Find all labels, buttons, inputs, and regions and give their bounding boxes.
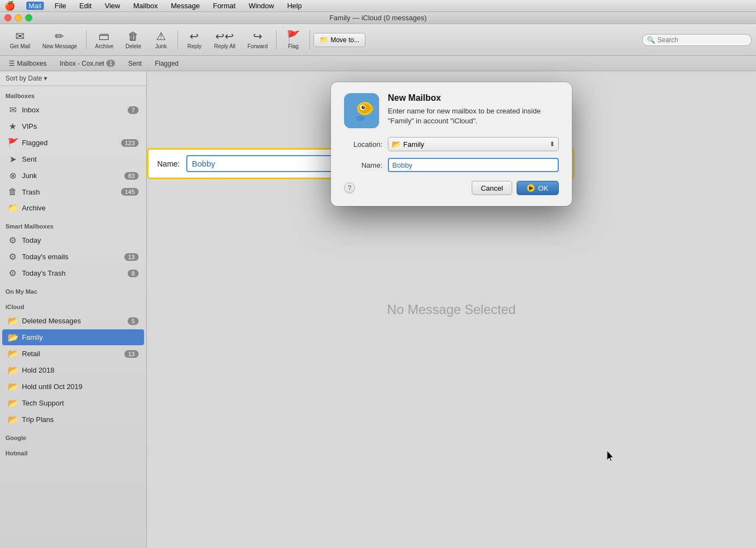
move-to-icon: 📁 <box>319 36 328 44</box>
location-select[interactable]: 📂 Family ⬍ <box>388 137 559 151</box>
dialog-backdrop: New Mailbox Enter name for new mailbox t… <box>147 71 756 548</box>
get-mail-icon: ✉ <box>15 31 25 42</box>
vips-label: VIPs <box>22 122 139 130</box>
sidebar-item-vips[interactable]: ★ VIPs <box>2 118 144 134</box>
location-folder: 📂 Family <box>392 140 424 149</box>
zoom-button[interactable] <box>25 14 32 21</box>
sidebar-item-todays-trash[interactable]: ⚙ Today's Trash 8 <box>2 265 144 281</box>
move-to-label: Move to... <box>330 36 359 44</box>
sidebar-item-hold-oct-2019[interactable]: 📂 Hold until Oct 2019 <box>2 379 144 395</box>
sort-bar[interactable]: Sort by Date ▾ <box>0 71 146 86</box>
deleted-messages-icon: 📂 <box>8 316 18 326</box>
move-to-button[interactable]: 📁 Move to... <box>313 33 365 47</box>
new-message-label: New Message <box>42 43 77 49</box>
hold-oct-2019-icon: 📂 <box>8 381 18 392</box>
separator-4 <box>310 30 310 50</box>
menu-message[interactable]: Message <box>169 2 202 10</box>
location-label: Location: <box>344 140 382 149</box>
tech-support-icon: 📂 <box>8 398 18 408</box>
minimize-button[interactable] <box>15 14 22 21</box>
menu-mailbox[interactable]: Mailbox <box>131 2 160 10</box>
help-icon: ? <box>348 184 352 192</box>
sidebar-item-sent[interactable]: ➤ Sent <box>2 151 144 167</box>
sidebar-item-flagged[interactable]: 🚩 Flagged 123 <box>2 135 144 151</box>
sidebar-item-deleted-messages[interactable]: 📂 Deleted Messages 5 <box>2 313 144 329</box>
menu-window[interactable]: Window <box>247 2 276 10</box>
separator-1 <box>86 30 87 50</box>
dialog-title: New Mailbox <box>388 93 559 103</box>
menu-help[interactable]: Help <box>285 2 304 10</box>
reply-icon: ↩ <box>190 31 199 42</box>
flagged-sidebar-label: Flagged <box>22 139 117 147</box>
sidebar-item-family[interactable]: 📂 Family <box>2 329 144 345</box>
trash-count: 145 <box>121 188 139 196</box>
reply-button[interactable]: ↩ Reply <box>181 28 208 52</box>
retail-icon: 📂 <box>8 349 18 359</box>
sidebar-item-today[interactable]: ⚙ Today <box>2 232 144 248</box>
reply-all-icon: ↩↩ <box>215 31 234 42</box>
dialog-description: Enter name for new mailbox to be created… <box>388 106 559 126</box>
help-button[interactable]: ? <box>344 182 355 193</box>
hold-2018-icon: 📂 <box>8 365 18 375</box>
search-box[interactable]: 🔍 <box>642 34 752 46</box>
menu-view[interactable]: View <box>102 2 122 10</box>
main-layout: Sort by Date ▾ Mailboxes ✉ Inbox 7 ★ VIP… <box>0 71 756 548</box>
reply-all-label: Reply All <box>214 43 236 49</box>
family-label: Family <box>22 333 139 341</box>
menu-mail[interactable]: Mail <box>26 2 44 10</box>
retail-label: Retail <box>22 350 120 358</box>
sidebar-item-tech-support[interactable]: 📂 Tech Support <box>2 395 144 411</box>
sidebar-item-trip-plans[interactable]: 📂 Trip Plans <box>2 412 144 427</box>
new-message-button[interactable]: ✏ New Message <box>37 28 82 52</box>
tab-flagged[interactable]: Flagged <box>150 58 184 69</box>
forward-button[interactable]: ↪ Forward <box>242 28 273 52</box>
search-input[interactable] <box>657 36 740 44</box>
reply-all-button[interactable]: ↩↩ Reply All <box>209 28 241 52</box>
tab-sent[interactable]: Sent <box>123 58 147 69</box>
junk-button[interactable]: ⚠ Junk <box>148 28 174 52</box>
todays-emails-icon: ⚙ <box>8 252 18 262</box>
get-mail-button[interactable]: ✉ Get Mail <box>4 28 36 52</box>
cancel-button[interactable]: Cancel <box>472 181 512 195</box>
smart-mailboxes-header: Smart Mailboxes <box>0 216 146 232</box>
hold-2018-label: Hold 2018 <box>22 366 139 374</box>
inbox-cox-badge: 1 <box>106 60 115 67</box>
close-button[interactable] <box>4 14 12 21</box>
sidebar-item-trash[interactable]: 🗑 Trash 145 <box>2 184 144 199</box>
tab-mailboxes[interactable]: ☰ Mailboxes <box>3 58 52 69</box>
trip-plans-icon: 📂 <box>8 414 18 425</box>
todays-trash-label: Today's Trash <box>22 269 123 277</box>
menu-file[interactable]: File <box>53 2 68 10</box>
location-value: Family <box>403 140 424 149</box>
icloud-header: iCloud <box>0 297 146 312</box>
deleted-messages-label: Deleted Messages <box>22 317 123 325</box>
dialog-text-area: New Mailbox Enter name for new mailbox t… <box>388 93 559 128</box>
sort-label: Sort by Date <box>5 75 42 82</box>
deleted-messages-count: 5 <box>128 317 139 325</box>
flag-button[interactable]: 🚩 Flag <box>280 28 306 52</box>
flag-icon: 🚩 <box>287 31 300 42</box>
sidebar-item-inbox[interactable]: ✉ Inbox 7 <box>2 102 144 118</box>
tab-inbox-cox[interactable]: Inbox - Cox.net 1 <box>54 58 121 69</box>
menu-format[interactable]: Format <box>211 2 238 10</box>
content-area: No Message Selected Name: <box>147 71 756 548</box>
sidebar: Sort by Date ▾ Mailboxes ✉ Inbox 7 ★ VIP… <box>0 71 147 548</box>
apple-menu[interactable]: 🍎 <box>4 1 15 11</box>
svg-point-5 <box>363 106 364 107</box>
sidebar-item-retail[interactable]: 📂 Retail 13 <box>2 346 144 362</box>
sidebar-item-junk[interactable]: ⊗ Junk 83 <box>2 168 144 184</box>
delete-button[interactable]: 🗑 Delete <box>120 28 147 52</box>
sidebar-item-todays-emails[interactable]: ⚙ Today's emails 13 <box>2 249 144 265</box>
svg-point-4 <box>362 106 365 109</box>
toolbar: ✉ Get Mail ✏ New Message 🗃 Archive 🗑 Del… <box>0 24 756 56</box>
dialog-name-input[interactable] <box>388 158 559 172</box>
flag-label: Flag <box>288 43 299 49</box>
tabs-bar: ☰ Mailboxes Inbox - Cox.net 1 Sent Flagg… <box>0 56 756 71</box>
archive-button[interactable]: 🗃 Archive <box>90 28 119 52</box>
sent-label: Sent <box>128 60 142 67</box>
mailboxes-icon: ☰ <box>9 60 15 67</box>
menu-edit[interactable]: Edit <box>77 2 94 10</box>
sidebar-item-archive[interactable]: 📁 Archive <box>2 200 144 216</box>
ok-button[interactable]: ▶ OK <box>517 181 559 195</box>
sidebar-item-hold-2018[interactable]: 📂 Hold 2018 <box>2 362 144 378</box>
